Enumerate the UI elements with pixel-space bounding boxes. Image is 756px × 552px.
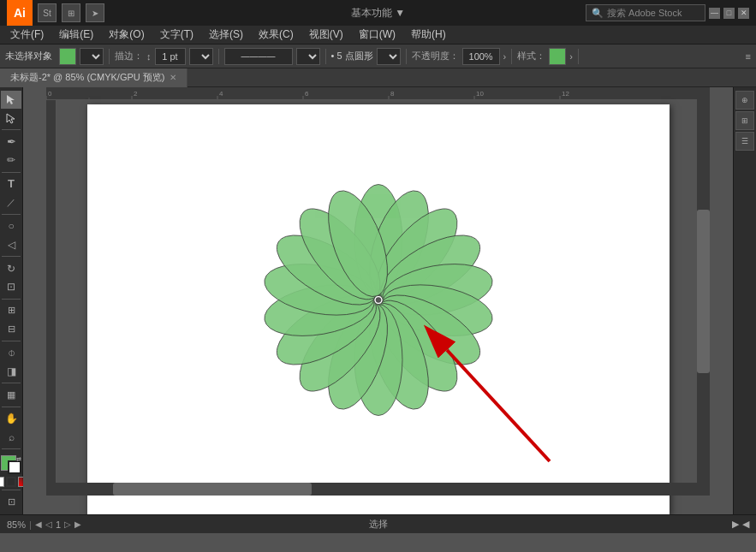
dash-line-icon: ————: [241, 51, 276, 61]
properties-panel-btn[interactable]: ⊞: [735, 111, 754, 130]
workspace-label[interactable]: 基本功能 ▼: [351, 6, 405, 21]
page-number: 1: [56, 519, 61, 530]
menu-type[interactable]: 文字(T): [153, 26, 200, 44]
svg-text:4: 4: [219, 90, 223, 98]
separator-4: [406, 49, 407, 64]
selection-tool-btn[interactable]: [1, 91, 21, 109]
scrollbar-vertical[interactable]: [697, 87, 710, 496]
menu-view[interactable]: 视图(V): [302, 26, 350, 44]
flower-svg: [250, 172, 507, 429]
scrollbar-horizontal[interactable]: [46, 483, 710, 496]
tab-close-icon[interactable]: ✕: [170, 73, 176, 82]
stroke-value-input[interactable]: [155, 48, 186, 65]
title-icon-3: ➤: [86, 3, 104, 22]
libraries-panel-btn[interactable]: ☰: [735, 132, 754, 151]
svg-text:0: 0: [48, 90, 52, 98]
style-label: 样式：: [517, 50, 545, 62]
separator-1: [109, 49, 110, 64]
main-layout: ✒ ✏ T ／ ○ ◁ ↻ ⊡: [0, 87, 756, 514]
pencil-tool-btn[interactable]: ✏: [1, 151, 21, 169]
dash-type-select[interactable]: [296, 48, 320, 65]
svg-text:10: 10: [476, 90, 484, 98]
eyedropper-tool-btn[interactable]: ⌽: [1, 344, 21, 362]
canvas-area: 0 2 4 6 8 10 12: [23, 87, 733, 514]
stroke-mode-icon[interactable]: [6, 477, 16, 487]
tool-separator-2: [2, 172, 21, 173]
line-dash-selector[interactable]: ————: [224, 48, 293, 65]
svg-point-35: [376, 298, 381, 303]
menu-help[interactable]: 帮助(H): [404, 26, 453, 44]
nav-first-btn[interactable]: ◁: [45, 519, 52, 529]
title-bar: Ai St ⊞ ➤ 基本功能 ▼ 🔍 搜索 Adobe Stock — □ ✕: [0, 0, 756, 26]
search-icon: 🔍: [592, 8, 604, 19]
document-tab[interactable]: 未标题-2* @ 85% (CMYK/GPU 预览) ✕: [0, 68, 188, 87]
minimize-button[interactable]: —: [709, 8, 720, 19]
gradient-tool-btn[interactable]: ◨: [1, 363, 21, 381]
eraser-tool-btn[interactable]: ⊟: [1, 320, 21, 338]
zoom-tool-btn[interactable]: ⌕: [1, 428, 21, 446]
graph-tool-btn[interactable]: ▦: [1, 386, 21, 404]
menu-window[interactable]: 窗口(W): [352, 26, 402, 44]
type-tool-btn-2[interactable]: ／: [1, 193, 21, 211]
shape-tool-btn[interactable]: ◁: [1, 236, 21, 254]
tool-separator-1: [2, 129, 21, 130]
fill-type-select[interactable]: [80, 48, 104, 65]
ruler-horizontal: 0 2 4 6 8 10 12: [46, 87, 697, 100]
opacity-expand-icon[interactable]: ›: [503, 51, 507, 62]
stroke-icon: ↕: [146, 51, 152, 62]
direct-selection-tool-btn[interactable]: [1, 110, 21, 128]
style-swatch[interactable]: [549, 48, 566, 65]
scrollbar-thumb-horizontal[interactable]: [113, 483, 313, 496]
tool-separator-3: [2, 214, 21, 215]
color-boxes: ⇄: [1, 455, 21, 474]
flower-artwork: [250, 172, 507, 431]
nav-prev-btn[interactable]: ◀: [35, 519, 42, 529]
menu-effect[interactable]: 效果(C): [252, 26, 301, 44]
fill-color-swatch[interactable]: [59, 48, 76, 65]
svg-text:12: 12: [562, 90, 569, 98]
document-tab-title: 未标题-2* @ 85% (CMYK/GPU 预览): [10, 71, 164, 84]
svg-text:6: 6: [305, 90, 309, 98]
point-type-select[interactable]: [377, 48, 401, 65]
rotate-tool-btn[interactable]: ↻: [1, 259, 21, 277]
style-expand-btn[interactable]: ›: [569, 51, 573, 62]
stroke-unit-select[interactable]: [189, 48, 213, 65]
svg-rect-16: [46, 100, 57, 483]
hand-tool-btn[interactable]: ✋: [1, 410, 21, 428]
menu-edit[interactable]: 编辑(E): [52, 26, 100, 44]
tool-separator-4: [2, 256, 21, 257]
tool-separator-8: [2, 407, 21, 407]
search-placeholder[interactable]: 搜索 Adobe Stock: [607, 7, 682, 20]
close-button[interactable]: ✕: [738, 8, 749, 19]
status-right-arrow: ▶: [732, 519, 739, 530]
nav-next-btn[interactable]: ▷: [64, 519, 71, 529]
transform-tool-btn[interactable]: ⊡: [1, 278, 21, 296]
ellipse-tool-btn[interactable]: ○: [1, 217, 21, 235]
right-panel: ⊕ ⊞ ☰: [733, 87, 756, 514]
opacity-label: 不透明度：: [412, 50, 459, 62]
zoom-level[interactable]: 85%: [7, 519, 26, 530]
scrollbar-thumb-vertical[interactable]: [697, 210, 710, 373]
nav-last-btn[interactable]: ▶: [74, 519, 81, 529]
swap-colors-icon[interactable]: ⇄: [16, 456, 21, 463]
opacity-input[interactable]: [462, 48, 500, 65]
separator-6: [578, 49, 579, 64]
left-toolbar: ✒ ✏ T ／ ○ ◁ ↻ ⊡: [0, 87, 23, 514]
title-icon-2: ⊞: [62, 3, 80, 22]
blend-tool-btn[interactable]: ⊞: [1, 301, 21, 319]
layers-panel-btn[interactable]: ⊕: [735, 91, 754, 110]
restore-button[interactable]: □: [723, 8, 735, 19]
fill-mode-icon[interactable]: [0, 477, 4, 487]
options-bar: 未选择对象 描边： ↕ ———— • 5 点圆形 不透明度： › 样式： › ≡: [0, 45, 756, 68]
flower-group: [260, 183, 497, 417]
menu-select[interactable]: 选择(S): [202, 26, 250, 44]
panel-menu-icon[interactable]: ≡: [746, 51, 751, 62]
menu-object[interactable]: 对象(O): [102, 26, 151, 44]
type-tool-btn[interactable]: T: [1, 175, 21, 193]
svg-text:8: 8: [390, 90, 395, 98]
tool-separator-9: [2, 448, 21, 449]
menu-file[interactable]: 文件(F): [3, 26, 51, 44]
pen-tool-btn[interactable]: ✒: [1, 133, 21, 151]
stroke-label: 描边：: [115, 50, 143, 62]
screen-mode-btn[interactable]: ⊡: [1, 493, 21, 511]
